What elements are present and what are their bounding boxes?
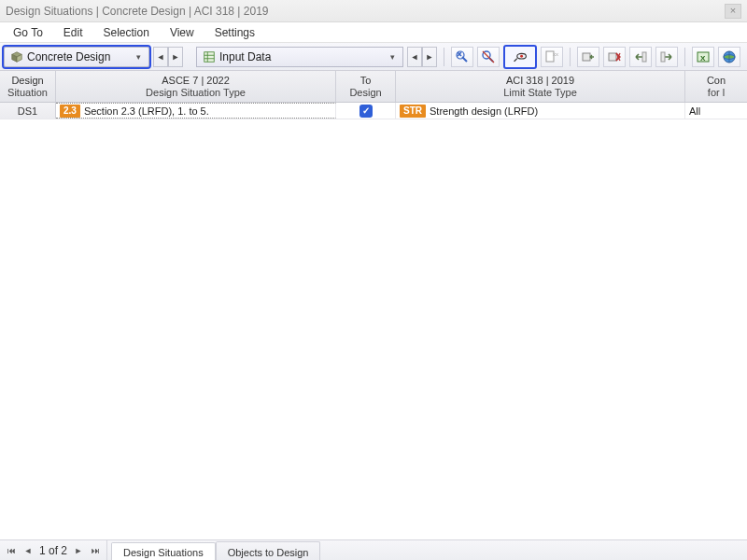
cell-situation-type[interactable]: 2.3 Section 2.3 (LRFD), 1. to 5.: [56, 103, 336, 119]
menu-edit[interactable]: Edit: [54, 24, 92, 41]
input-next-button[interactable]: ►: [422, 47, 437, 67]
col-to-design[interactable]: To Design: [336, 71, 396, 102]
cell-situation-id[interactable]: DS1: [0, 103, 56, 119]
menu-settings[interactable]: Settings: [205, 24, 264, 41]
tab-objects-to-design[interactable]: Objects to Design: [216, 541, 321, 560]
pager-text: 1 of 2: [39, 544, 67, 557]
svg-rect-17: [642, 52, 646, 62]
doc-xx-button[interactable]: xx: [541, 47, 563, 67]
svg-point-10: [520, 54, 523, 57]
toolbar-divider: [444, 48, 444, 66]
pager-last-button[interactable]: ⏭: [90, 546, 101, 555]
input-data-dropdown[interactable]: Input Data ▾: [196, 47, 403, 67]
pager-prev-button[interactable]: ◄: [22, 546, 34, 555]
toolbar-divider: [570, 48, 571, 66]
toolbar: Concrete Design ▾ ◄ ► Input Data ▾ ◄ ► x…: [0, 43, 747, 71]
toolbar-divider: [684, 48, 685, 66]
delete-button[interactable]: [603, 47, 626, 67]
cell-limit-state[interactable]: STR Strength design (LRFD): [396, 103, 685, 119]
input-prev-button[interactable]: ◄: [407, 47, 422, 67]
menu-bar: Go To Edit Selection View Settings: [0, 22, 747, 43]
tab-design-situations[interactable]: Design Situations: [111, 542, 216, 560]
design-type-dropdown[interactable]: Concrete Design ▾: [4, 47, 149, 67]
import-button[interactable]: [577, 47, 599, 67]
menu-selection[interactable]: Selection: [94, 24, 159, 41]
sheet-icon: [203, 50, 216, 63]
design-next-button[interactable]: ►: [168, 47, 183, 67]
bottom-tabs: Design Situations Objects to Design: [107, 540, 320, 560]
badge-str: STR: [400, 105, 426, 118]
title-bar: Design Situations | Concrete Design | AC…: [0, 0, 747, 22]
export-left-button[interactable]: [629, 47, 652, 67]
filter-button[interactable]: [477, 47, 500, 67]
grid-header: Design Situation ASCE 7 | 2022 Design Si…: [0, 71, 747, 103]
cell-to-design[interactable]: [336, 103, 396, 119]
svg-rect-14: [609, 53, 616, 61]
chevron-down-icon: ▾: [132, 52, 145, 62]
col-design-situation-type[interactable]: ASCE 7 | 2022 Design Situation Type: [56, 71, 336, 102]
menu-goto[interactable]: Go To: [4, 24, 52, 41]
close-button[interactable]: ×: [725, 4, 741, 19]
col-limit-state-type[interactable]: ACI 318 | 2019 Limit State Type: [396, 71, 685, 102]
bottom-bar: ⏮ ◄ 1 of 2 ► ⏭ Design Situations Objects…: [0, 539, 747, 560]
pager-next-button[interactable]: ►: [73, 546, 84, 555]
table-row[interactable]: DS1 2.3 Section 2.3 (LRFD), 1. to 5. STR…: [0, 103, 747, 119]
globe-button[interactable]: [718, 47, 740, 67]
cube-icon: [10, 50, 23, 63]
svg-text:xx: xx: [553, 51, 558, 57]
pager: ⏮ ◄ 1 of 2 ► ⏭: [0, 540, 107, 560]
excel-button[interactable]: X: [692, 47, 714, 67]
svg-text:X: X: [700, 54, 706, 63]
col-design-situation[interactable]: Design Situation: [0, 71, 56, 102]
input-data-label: Input Data: [219, 50, 386, 63]
cell-consider[interactable]: All: [685, 103, 747, 119]
show-view-button[interactable]: [503, 45, 537, 69]
limit-state-text: Strength design (LRFD): [430, 105, 538, 117]
svg-rect-3: [204, 51, 215, 62]
svg-rect-13: [583, 53, 590, 61]
grid-body: DS1 2.3 Section 2.3 (LRFD), 1. to 5. STR…: [0, 103, 747, 539]
export-right-button[interactable]: [655, 47, 678, 67]
pager-first-button[interactable]: ⏮: [6, 546, 17, 555]
to-design-checkbox[interactable]: [359, 105, 373, 118]
design-type-label: Concrete Design: [27, 50, 132, 63]
col-consider[interactable]: Con for l: [685, 71, 747, 102]
menu-view[interactable]: View: [161, 24, 204, 41]
find-button[interactable]: [451, 47, 473, 67]
svg-rect-18: [661, 52, 665, 62]
window-title: Design Situations | Concrete Design | AC…: [6, 5, 269, 18]
chevron-down-icon: ▾: [386, 52, 399, 62]
badge-section: 2.3: [60, 105, 80, 118]
design-prev-button[interactable]: ◄: [153, 47, 168, 67]
situation-type-text: Section 2.3 (LRFD), 1. to 5.: [84, 105, 209, 117]
